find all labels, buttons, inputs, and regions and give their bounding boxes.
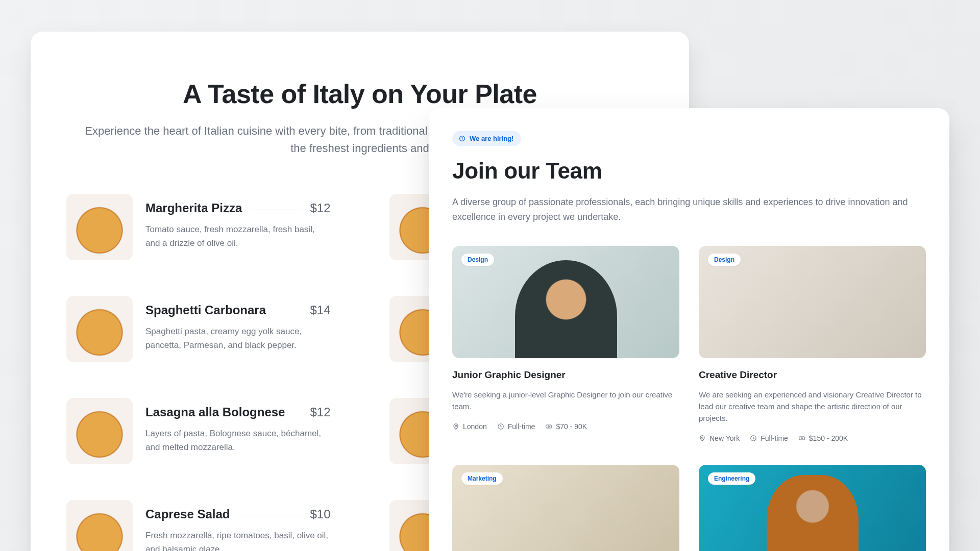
- menu-item-name-row: Lasagna alla Bolognese $12: [145, 405, 331, 419]
- job-location: London: [452, 422, 487, 431]
- job-card[interactable]: Design Junior Graphic Designer We're see…: [452, 246, 679, 443]
- person-illustration: [767, 475, 859, 551]
- svg-point-6: [548, 426, 550, 428]
- job-image: Design: [699, 246, 926, 358]
- job-type: Full-time: [497, 422, 535, 431]
- dish-image: [66, 500, 133, 551]
- hiring-badge-label: We are hiring!: [470, 135, 513, 142]
- menu-item: Lasagna alla Bolognese $12 Layers of pas…: [66, 398, 331, 464]
- cash-icon: [545, 423, 552, 430]
- menu-title: A Taste of Italy on Your Plate: [66, 79, 653, 109]
- svg-point-10: [801, 438, 802, 439]
- svg-point-7: [702, 437, 703, 439]
- jobs-subtitle: A diverse group of passionate profession…: [452, 195, 912, 224]
- job-location: New York: [699, 434, 740, 442]
- job-salary-text: $70 - 90K: [556, 422, 587, 431]
- menu-item-price: $10: [310, 507, 330, 521]
- job-category-badge: Design: [708, 254, 741, 266]
- job-type: Full-time: [750, 434, 788, 442]
- clock-icon: [750, 435, 757, 442]
- job-category-badge: Marketing: [461, 472, 503, 485]
- menu-item-divider: [274, 312, 302, 312]
- menu-item-name: Margherita Pizza: [145, 201, 242, 215]
- menu-item-desc: Spaghetti pasta, creamy egg yolk sauce, …: [145, 325, 331, 352]
- job-location-text: London: [463, 422, 487, 431]
- clock-icon: [497, 423, 504, 430]
- cash-icon: [798, 435, 805, 442]
- dish-image: [66, 194, 133, 260]
- job-category-badge: Engineering: [708, 472, 755, 485]
- job-salary: $70 - 90K: [545, 422, 587, 431]
- menu-item-body: Caprese Salad $10 Fresh mozzarella, ripe…: [145, 500, 331, 551]
- job-image: Engineering: [699, 465, 926, 551]
- hiring-badge: We are hiring!: [452, 131, 521, 146]
- menu-item-price: $14: [310, 303, 330, 317]
- menu-item-name-row: Caprese Salad $10: [145, 507, 331, 521]
- job-card[interactable]: Design Creative Director We are seeking …: [699, 246, 926, 443]
- menu-item: Margherita Pizza $12 Tomato sauce, fresh…: [66, 194, 331, 260]
- menu-item-body: Lasagna alla Bolognese $12 Layers of pas…: [145, 398, 331, 464]
- job-card[interactable]: Engineering Full-Stack Developer: [699, 465, 926, 551]
- svg-point-3: [455, 425, 457, 427]
- job-salary-text: $150 - 200K: [809, 434, 848, 442]
- job-desc: We're seeking a junior-level Graphic Des…: [452, 389, 679, 413]
- job-type-text: Full-time: [508, 422, 535, 431]
- jobs-card: We are hiring! Join our Team A diverse g…: [429, 108, 949, 551]
- menu-item-name-row: Margherita Pizza $12: [145, 201, 331, 215]
- job-salary: $150 - 200K: [798, 434, 848, 442]
- job-type-text: Full-time: [761, 434, 788, 442]
- dish-image: [66, 296, 133, 362]
- job-meta: London Full-time $70 - 90K: [452, 422, 679, 431]
- job-title: Junior Graphic Designer: [452, 369, 679, 381]
- menu-item-name: Caprese Salad: [145, 507, 230, 521]
- menu-item-body: Margherita Pizza $12 Tomato sauce, fresh…: [145, 194, 331, 260]
- menu-item-divider: [250, 210, 302, 210]
- jobs-title: Join our Team: [452, 158, 926, 184]
- menu-item-name: Spaghetti Carbonara: [145, 303, 266, 317]
- person-illustration: [515, 260, 617, 358]
- menu-item-divider: [238, 516, 302, 516]
- menu-item-price: $12: [310, 201, 330, 215]
- job-meta: New York Full-time $150 - 200K: [699, 434, 926, 442]
- menu-column-left: Margherita Pizza $12 Tomato sauce, fresh…: [66, 194, 331, 551]
- info-icon: [459, 135, 465, 142]
- job-image: Design: [452, 246, 679, 358]
- menu-item-desc: Layers of pasta, Bolognese sauce, bécham…: [145, 427, 331, 454]
- job-image: Marketing: [452, 465, 679, 551]
- svg-rect-5: [546, 425, 552, 428]
- menu-item-desc: Tomato sauce, fresh mozzarella, fresh ba…: [145, 223, 331, 250]
- dish-image: [66, 398, 133, 464]
- jobs-grid: Design Junior Graphic Designer We're see…: [452, 246, 926, 551]
- menu-item-body: Spaghetti Carbonara $14 Spaghetti pasta,…: [145, 296, 331, 362]
- menu-item-name: Lasagna alla Bolognese: [145, 405, 285, 419]
- pin-icon: [699, 435, 706, 442]
- menu-item-desc: Fresh mozzarella, ripe tomatoes, basil, …: [145, 529, 331, 551]
- job-desc: We are seeking an experienced and vision…: [699, 389, 926, 424]
- svg-rect-9: [799, 437, 805, 440]
- menu-item: Caprese Salad $10 Fresh mozzarella, ripe…: [66, 500, 331, 551]
- pin-icon: [452, 423, 459, 430]
- job-location-text: New York: [709, 434, 740, 442]
- svg-point-2: [462, 137, 462, 138]
- job-card[interactable]: Marketing Digital Marketing Strategist: [452, 465, 679, 551]
- menu-item-divider: [293, 414, 302, 414]
- menu-item-name-row: Spaghetti Carbonara $14: [145, 303, 331, 317]
- job-category-badge: Design: [461, 254, 494, 266]
- job-title: Creative Director: [699, 369, 926, 381]
- menu-item: Spaghetti Carbonara $14 Spaghetti pasta,…: [66, 296, 331, 362]
- menu-item-price: $12: [310, 405, 330, 419]
